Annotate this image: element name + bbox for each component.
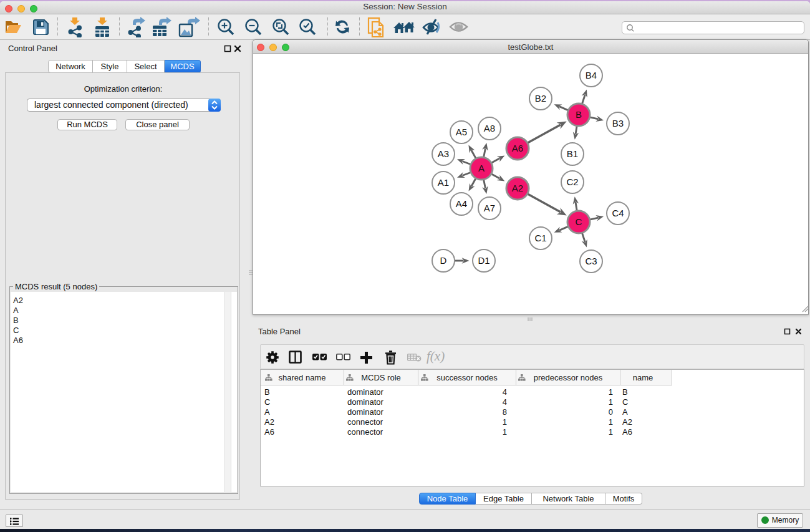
svg-text:C1: C1 [534,233,546,243]
svg-text:B: B [576,109,582,120]
svg-text:A5: A5 [456,127,467,137]
svg-text:C: C [576,216,582,227]
svg-text:C3: C3 [585,256,597,266]
svg-text:A7: A7 [484,203,495,213]
svg-text:A2: A2 [512,183,523,193]
svg-text:B1: B1 [567,148,578,159]
svg-text:A8: A8 [484,123,495,133]
svg-text:A4: A4 [456,198,467,209]
svg-text:D: D [440,255,447,266]
svg-text:A1: A1 [438,177,449,188]
svg-text:B3: B3 [612,118,624,128]
svg-text:B4: B4 [586,70,597,80]
svg-text:A6: A6 [512,143,523,153]
svg-text:A: A [478,163,485,173]
svg-text:C4: C4 [612,208,624,218]
svg-text:C2: C2 [566,177,578,187]
svg-text:B2: B2 [535,93,546,104]
svg-text:D1: D1 [478,255,489,266]
svg-text:A3: A3 [438,148,449,159]
